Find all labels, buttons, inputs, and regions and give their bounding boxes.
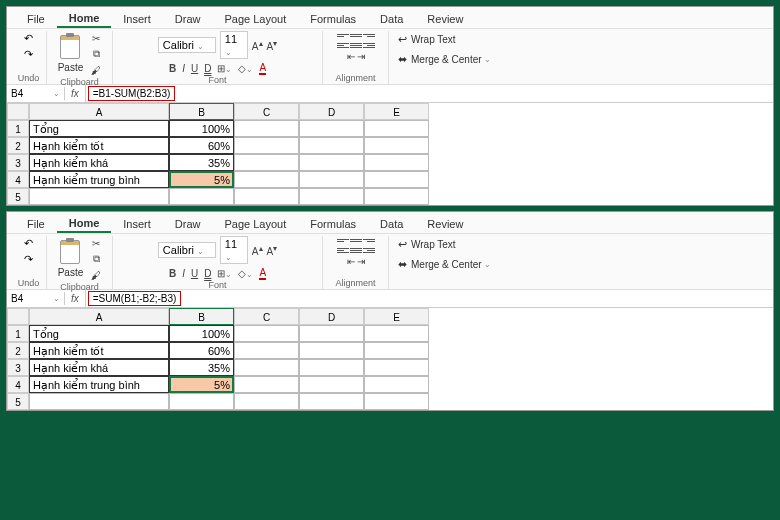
font-name-select[interactable]: Calibri ⌄ bbox=[158, 37, 216, 53]
row-head[interactable]: 3 bbox=[7, 359, 29, 376]
name-box[interactable]: B4⌄ bbox=[7, 292, 65, 305]
font-size-select[interactable]: 11 ⌄ bbox=[220, 236, 248, 264]
name-box[interactable]: B4⌄ bbox=[7, 87, 65, 100]
tab-draw[interactable]: Draw bbox=[163, 11, 213, 27]
col-head[interactable]: B bbox=[169, 308, 234, 325]
paste-button[interactable]: Paste bbox=[56, 61, 86, 74]
cell[interactable] bbox=[364, 171, 429, 188]
increase-font-icon[interactable]: A▴ bbox=[252, 38, 263, 52]
row-head[interactable]: 3 bbox=[7, 154, 29, 171]
cell[interactable] bbox=[299, 120, 364, 137]
cell[interactable] bbox=[299, 188, 364, 205]
cell[interactable] bbox=[364, 376, 429, 393]
row-head[interactable]: 1 bbox=[7, 325, 29, 342]
tab-formulas[interactable]: Formulas bbox=[298, 216, 368, 232]
fx-label[interactable]: fx bbox=[65, 85, 86, 102]
cell-selected[interactable]: 5% bbox=[169, 171, 234, 188]
tab-home[interactable]: Home bbox=[57, 215, 112, 233]
cell[interactable]: 100% bbox=[169, 325, 234, 342]
tab-file[interactable]: File bbox=[15, 216, 57, 232]
col-head[interactable]: C bbox=[234, 308, 299, 325]
merge-center-button[interactable]: ⬌Merge & Center⌄ bbox=[393, 51, 493, 67]
formula-input[interactable]: =SUM(B1;-B2;-B3) bbox=[88, 291, 182, 306]
cell[interactable]: Tổng bbox=[29, 325, 169, 342]
row-head[interactable]: 4 bbox=[7, 376, 29, 393]
cell[interactable]: Hạnh kiểm khá bbox=[29, 154, 169, 171]
cell[interactable] bbox=[299, 393, 364, 410]
spreadsheet-grid[interactable]: 1 2 3 4 5 A B C D E Tổng100% Hạnh kiểm t… bbox=[7, 103, 773, 205]
cell[interactable] bbox=[299, 376, 364, 393]
cell[interactable] bbox=[364, 120, 429, 137]
col-head[interactable]: D bbox=[299, 308, 364, 325]
tab-formulas[interactable]: Formulas bbox=[298, 11, 368, 27]
paste-button[interactable]: Paste bbox=[56, 266, 86, 279]
select-all-corner[interactable] bbox=[7, 103, 29, 120]
tab-file[interactable]: File bbox=[15, 11, 57, 27]
font-color-icon[interactable]: A bbox=[259, 267, 266, 280]
cell[interactable] bbox=[234, 188, 299, 205]
cell[interactable] bbox=[364, 342, 429, 359]
bold-icon[interactable]: B bbox=[169, 268, 176, 279]
formula-input[interactable]: =B1-SUM(B2:B3) bbox=[88, 86, 176, 101]
cell[interactable] bbox=[29, 188, 169, 205]
cell[interactable] bbox=[234, 342, 299, 359]
cell[interactable] bbox=[169, 393, 234, 410]
col-head[interactable]: A bbox=[29, 308, 169, 325]
halign-icons[interactable] bbox=[337, 41, 375, 49]
tab-review[interactable]: Review bbox=[415, 216, 475, 232]
increase-font-icon[interactable]: A▴ bbox=[252, 243, 263, 257]
tab-review[interactable]: Review bbox=[415, 11, 475, 27]
cell[interactable] bbox=[364, 325, 429, 342]
cell[interactable]: Hạnh kiểm trung bình bbox=[29, 171, 169, 188]
cell[interactable] bbox=[234, 154, 299, 171]
redo-icon[interactable]: ↷ bbox=[22, 47, 36, 61]
double-underline-icon[interactable]: D bbox=[204, 268, 211, 279]
tab-insert[interactable]: Insert bbox=[111, 216, 163, 232]
cell[interactable] bbox=[299, 154, 364, 171]
cell[interactable] bbox=[299, 359, 364, 376]
valign-icons[interactable] bbox=[337, 31, 375, 39]
cell[interactable] bbox=[234, 120, 299, 137]
row-head[interactable]: 5 bbox=[7, 188, 29, 205]
cell[interactable]: 60% bbox=[169, 342, 234, 359]
format-painter-icon[interactable]: 🖌 bbox=[89, 63, 103, 77]
fill-color-icon[interactable]: ◇⌄ bbox=[238, 268, 253, 279]
underline-icon[interactable]: U bbox=[191, 268, 198, 279]
fill-color-icon[interactable]: ◇⌄ bbox=[238, 63, 253, 74]
cell[interactable]: Hạnh kiểm khá bbox=[29, 359, 169, 376]
redo-icon[interactable]: ↷ bbox=[22, 252, 36, 266]
cut-icon[interactable]: ✂ bbox=[89, 236, 103, 250]
increase-indent-icon[interactable]: ⇥ bbox=[357, 256, 365, 267]
cell[interactable] bbox=[299, 137, 364, 154]
cell[interactable] bbox=[364, 188, 429, 205]
undo-icon[interactable]: ↶ bbox=[22, 236, 36, 250]
paste-icon[interactable] bbox=[60, 35, 80, 59]
decrease-indent-icon[interactable]: ⇤ bbox=[347, 51, 355, 62]
cell[interactable] bbox=[364, 393, 429, 410]
font-color-icon[interactable]: A bbox=[259, 62, 266, 75]
cell[interactable]: 100% bbox=[169, 120, 234, 137]
decrease-font-icon[interactable]: A▾ bbox=[267, 38, 278, 52]
cell[interactable] bbox=[234, 325, 299, 342]
tab-page-layout[interactable]: Page Layout bbox=[212, 216, 298, 232]
cell[interactable] bbox=[234, 359, 299, 376]
select-all-corner[interactable] bbox=[7, 308, 29, 325]
cell[interactable]: 60% bbox=[169, 137, 234, 154]
wrap-text-button[interactable]: ↩Wrap Text bbox=[393, 31, 458, 47]
valign-icons[interactable] bbox=[337, 236, 375, 244]
cell[interactable] bbox=[364, 359, 429, 376]
border-icon[interactable]: ⊞⌄ bbox=[217, 268, 232, 279]
col-head[interactable]: A bbox=[29, 103, 169, 120]
cell[interactable]: Hạnh kiểm tốt bbox=[29, 342, 169, 359]
italic-icon[interactable]: I bbox=[182, 63, 185, 74]
col-head[interactable]: D bbox=[299, 103, 364, 120]
tab-home[interactable]: Home bbox=[57, 10, 112, 28]
tab-data[interactable]: Data bbox=[368, 216, 415, 232]
cell[interactable] bbox=[299, 342, 364, 359]
undo-icon[interactable]: ↶ bbox=[22, 31, 36, 45]
cell[interactable] bbox=[234, 137, 299, 154]
wrap-text-button[interactable]: ↩Wrap Text bbox=[393, 236, 458, 252]
cell[interactable] bbox=[234, 171, 299, 188]
border-icon[interactable]: ⊞⌄ bbox=[217, 63, 232, 74]
format-painter-icon[interactable]: 🖌 bbox=[89, 268, 103, 282]
